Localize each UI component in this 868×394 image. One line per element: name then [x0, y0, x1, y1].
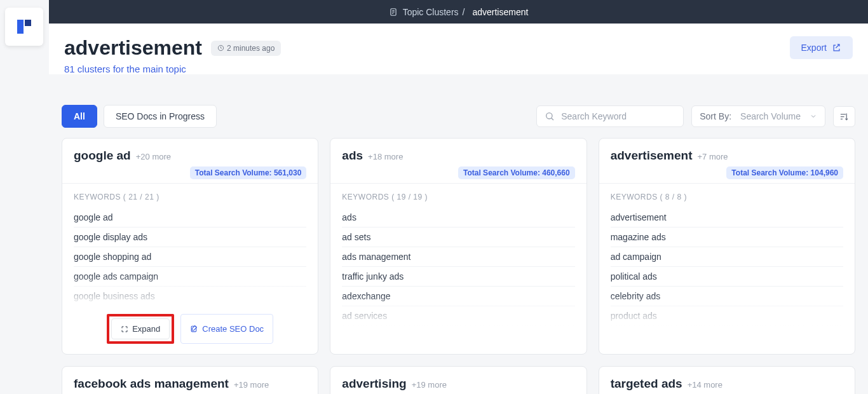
time-badge: 2 minutes ago [211, 41, 281, 56]
card-title: advertisement [611, 149, 693, 163]
cluster-card: google ad +20 more Total Search Volume: … [62, 138, 318, 355]
keyword-item: google ad [74, 208, 306, 228]
cluster-card: advertisement +7 more Total Search Volum… [599, 138, 855, 355]
keyword-item: traffic junky ads [342, 267, 574, 287]
keywords-label: KEYWORDS ( 21 / 21 ) [74, 193, 306, 201]
clock-icon [217, 44, 224, 51]
keyword-item: magazine ads [611, 228, 843, 247]
search-input[interactable] [561, 111, 675, 121]
svg-rect-0 [17, 20, 24, 34]
keyword-item: ads [342, 208, 574, 228]
page-subtitle: 81 clusters for the main topic [64, 64, 281, 74]
keyword-item: product ads [611, 306, 843, 326]
breadcrumb-bar: Topic Clusters / advertisement [49, 0, 868, 24]
content-area: All SEO Docs in Progress Sort By: Search… [49, 90, 868, 394]
keyword-item: google shopping ad [74, 247, 306, 267]
card-more-count: +14 more [688, 380, 722, 390]
breadcrumb-current: advertisement [472, 7, 528, 17]
app-logo [5, 8, 43, 46]
keyword-item: advertisement [611, 208, 843, 228]
expand-icon [121, 325, 128, 333]
keyword-list: google ad google display ads google shop… [74, 208, 306, 306]
keyword-item: ads management [342, 247, 574, 267]
filter-tabs: All SEO Docs in Progress [62, 105, 217, 128]
expand-button[interactable]: Expand [111, 318, 170, 339]
edit-icon [190, 325, 198, 333]
keyword-item: google display ads [74, 228, 306, 247]
keyword-item: ad services [342, 306, 574, 326]
volume-badge: Total Search Volume: 561,030 [190, 166, 307, 179]
highlight-annotation: Expand [107, 314, 174, 344]
svg-rect-1 [25, 20, 31, 26]
card-more-count: +19 more [234, 380, 269, 390]
keyword-item: google business ads [74, 287, 306, 306]
search-box[interactable] [536, 105, 684, 127]
filter-seo-docs[interactable]: SEO Docs in Progress [104, 105, 217, 128]
cluster-card: facebook ads management +19 more Total S… [62, 366, 318, 394]
keyword-item: adexchange [342, 287, 574, 306]
logo-icon [15, 18, 33, 36]
cluster-card: targeted ads +14 more Total Search Volum… [599, 366, 855, 394]
card-title: facebook ads management [74, 377, 229, 391]
filter-all[interactable]: All [62, 105, 97, 128]
page-header-region: advertisement 2 minutes ago 81 clusters … [49, 24, 868, 74]
search-icon [545, 111, 555, 121]
card-title: google ad [74, 149, 131, 163]
keyword-list: advertisement magazine ads ad campaign p… [611, 208, 843, 326]
card-title: advertising [342, 377, 406, 391]
svg-point-7 [546, 113, 552, 119]
cluster-card: ads +18 more Total Search Volume: 460,66… [330, 138, 587, 355]
keyword-list: ads ad sets ads management traffic junky… [342, 208, 574, 326]
document-icon [389, 8, 398, 17]
keyword-item: ad sets [342, 228, 574, 247]
sort-dropdown[interactable]: Sort By: Search Volume [691, 105, 825, 127]
create-seo-doc-button[interactable]: Create SEO Doc [180, 314, 273, 344]
keyword-item: ad campaign [611, 247, 843, 267]
keyword-item: celebrity ads [611, 287, 843, 306]
sort-icon [839, 112, 849, 121]
keywords-label: KEYWORDS ( 8 / 8 ) [611, 193, 843, 201]
svg-line-8 [552, 118, 553, 120]
card-title: ads [342, 149, 363, 163]
card-more-count: +20 more [136, 152, 171, 161]
page-title: advertisement [64, 36, 202, 60]
chevron-down-icon [810, 112, 817, 120]
keyword-item: political ads [611, 267, 843, 287]
export-button[interactable]: Export [790, 36, 853, 59]
card-more-count: +7 more [698, 152, 728, 161]
cluster-cards-grid: google ad +20 more Total Search Volume: … [62, 138, 855, 394]
export-icon [832, 43, 841, 53]
card-title: targeted ads [611, 377, 682, 391]
breadcrumb-separator: / [463, 7, 465, 17]
volume-badge: Total Search Volume: 104,960 [726, 166, 843, 179]
keyword-item: google ads campaign [74, 267, 306, 287]
card-more-count: +19 more [412, 380, 447, 390]
keywords-label: KEYWORDS ( 19 / 19 ) [342, 193, 574, 201]
breadcrumb-section[interactable]: Topic Clusters [403, 7, 459, 17]
cluster-card: advertising +19 more Total Search Volume… [330, 366, 587, 394]
sort-direction-button[interactable] [833, 106, 855, 127]
card-more-count: +18 more [368, 152, 403, 161]
volume-badge: Total Search Volume: 460,660 [458, 166, 575, 179]
